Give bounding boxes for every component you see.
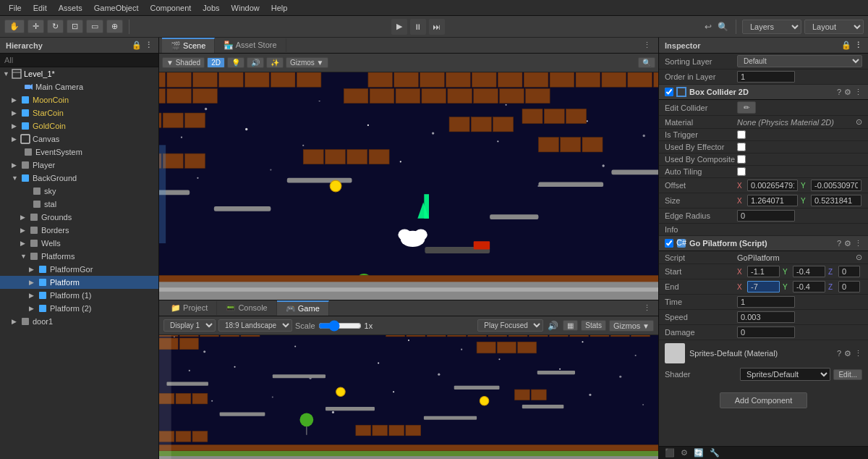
start-x-input[interactable] <box>747 266 780 277</box>
tree-item-sky[interactable]: sky <box>0 185 158 198</box>
shader-edit-button[interactable]: Edit... <box>833 369 862 380</box>
script-pick-icon[interactable]: ⊙ <box>856 253 862 262</box>
game-display-dropdown[interactable]: Display 1 <box>163 319 216 332</box>
size-x-input[interactable] <box>747 195 798 206</box>
tree-item-platformgor[interactable]: ▶ PlatformGor <box>0 263 158 276</box>
layers-dropdown[interactable]: Layers <box>742 20 801 34</box>
search-button[interactable]: 🔍 <box>716 20 730 33</box>
scene-search[interactable]: 🔍 <box>638 57 655 68</box>
material-help-icon[interactable]: ? <box>837 349 841 358</box>
tree-item-platform1[interactable]: ▶ Platform (1) <box>0 289 158 302</box>
tree-item-grounds[interactable]: ▶ Grounds <box>0 211 158 224</box>
end-x-input[interactable] <box>747 281 780 292</box>
tree-item-wells[interactable]: ▶ Wells <box>0 237 158 250</box>
shader-dropdown[interactable]: Sprites/Default <box>740 368 830 381</box>
scene-lighting-toggle[interactable]: 💡 <box>227 57 244 68</box>
status-icon-3[interactable]: 🔄 <box>694 448 704 458</box>
tree-item-maincam[interactable]: Main Camera <box>0 80 158 93</box>
pause-button[interactable]: ⏸ <box>410 19 426 35</box>
tree-item-platforms[interactable]: ▼ Platforms <box>0 250 158 263</box>
hierarchy-search[interactable] <box>0 54 158 67</box>
used-by-composite-checkbox[interactable] <box>737 155 746 164</box>
tree-item-level1[interactable]: ▼ Level_1* <box>0 67 158 80</box>
size-y-input[interactable] <box>811 195 861 206</box>
edge-radius-input[interactable] <box>737 210 795 222</box>
box-collider-enabled-checkbox[interactable] <box>665 88 673 96</box>
script-more-icon[interactable]: ⋮ <box>854 239 862 248</box>
auto-tiling-checkbox[interactable] <box>737 167 746 176</box>
menu-file[interactable]: File <box>3 2 27 14</box>
lock-icon[interactable]: 🔒 <box>841 41 851 50</box>
scene-gizmos-toggle[interactable]: Gizmos ▼ <box>286 57 328 68</box>
tree-item-platform2[interactable]: ▶ Platform (2) <box>0 302 158 315</box>
script-enabled-checkbox[interactable] <box>665 239 673 248</box>
script-component-header[interactable]: C# Go Pïlatform (Script) ? ⚙ ⋮ <box>659 236 868 251</box>
tree-item-mooncoin[interactable]: ▶ MoonCoin <box>0 93 158 106</box>
material-more-icon[interactable]: ⋮ <box>854 349 862 358</box>
asset-store-tab[interactable]: 🏪 Asset Store <box>215 38 286 52</box>
audio-toggle[interactable]: 🔊 <box>546 319 560 332</box>
end-y-input[interactable] <box>793 281 825 292</box>
move-tool-button[interactable]: ✛ <box>27 20 44 33</box>
tree-item-stal[interactable]: stal <box>0 198 158 211</box>
rect-tool-button[interactable]: ▭ <box>86 20 103 33</box>
step-button[interactable]: ⏭ <box>429 19 445 35</box>
project-tab[interactable]: 📁 Project <box>162 301 217 315</box>
game-tab[interactable]: 🎮 Game <box>277 300 329 316</box>
is-trigger-checkbox[interactable] <box>737 130 746 139</box>
tree-item-canvas[interactable]: ▶ Canvas <box>0 132 158 146</box>
undo-button[interactable]: ↩ <box>703 20 713 33</box>
hand-tool-button[interactable]: ✋ <box>4 20 25 33</box>
tree-item-platform-selected[interactable]: ▶ Platform <box>0 276 158 289</box>
menu-edit[interactable]: Edit <box>27 2 53 14</box>
console-tab[interactable]: 📟 Console <box>217 301 276 315</box>
stats-button[interactable]: Stats <box>581 320 606 331</box>
scene-draw-mode[interactable]: ▼ Shaded <box>162 57 205 68</box>
start-y-input[interactable] <box>793 266 825 277</box>
end-z-input[interactable] <box>838 281 860 292</box>
rotate-tool-button[interactable]: ↻ <box>47 20 64 33</box>
status-icon-1[interactable]: ⬛ <box>665 448 675 458</box>
scene-fx-toggle[interactable]: ✨ <box>266 57 284 68</box>
menu-assets[interactable]: Assets <box>53 2 88 14</box>
layout-dropdown[interactable]: Layout <box>804 20 864 34</box>
transform-tool-button[interactable]: ⊕ <box>106 20 123 33</box>
game-aspect-dropdown[interactable]: 18:9 Landscape <box>218 319 292 332</box>
box-collider-header[interactable]: Box Collider 2D ? ⚙ ⋮ <box>659 85 868 100</box>
tree-item-background[interactable]: ▼ BackGround <box>0 172 158 185</box>
menu-jobs[interactable]: Jobs <box>197 2 225 14</box>
offset-y-input[interactable] <box>811 180 861 191</box>
scene-tab[interactable]: 🎬 Scene <box>162 38 215 53</box>
scene-2d-toggle[interactable]: 2D <box>207 57 225 68</box>
menu-gameobject[interactable]: GameObject <box>88 2 145 14</box>
scene-more-icon[interactable]: ⋮ <box>639 41 655 50</box>
scene-audio-toggle[interactable]: 🔊 <box>247 57 264 68</box>
script-help-icon[interactable]: ? <box>837 239 841 248</box>
tree-item-starcoin[interactable]: ▶ StarCoin <box>0 106 158 119</box>
tree-item-eventsystem[interactable]: EventSystem <box>0 146 158 159</box>
material-pick-icon[interactable]: ⊙ <box>856 117 862 127</box>
tree-item-borders[interactable]: ▶ Borders <box>0 224 158 237</box>
scale-tool-button[interactable]: ⊡ <box>67 20 83 33</box>
edit-collider-button[interactable]: ✏ <box>737 101 756 114</box>
tree-item-player[interactable]: ▶ Player <box>0 159 158 172</box>
menu-help[interactable]: Help <box>265 2 294 14</box>
component-help-icon[interactable]: ? <box>837 88 841 97</box>
speed-input[interactable] <box>737 311 795 323</box>
offset-x-input[interactable] <box>747 180 798 191</box>
damage-input[interactable] <box>737 327 795 338</box>
play-button[interactable]: ▶ <box>391 19 407 35</box>
play-focused-dropdown[interactable]: Play Focused <box>477 319 543 332</box>
sorting-layer-dropdown[interactable]: Default <box>737 55 862 67</box>
lock-icon[interactable]: 🔒 <box>132 41 142 50</box>
material-settings-icon[interactable]: ⚙ <box>844 349 851 358</box>
resolution-btn[interactable]: ▦ <box>563 320 578 331</box>
component-settings-icon[interactable]: ⚙ <box>844 88 851 97</box>
tree-item-goldcoin[interactable]: ▶ GoldCoin <box>0 119 158 132</box>
tree-item-door1[interactable]: ▶ door1 <box>0 315 158 328</box>
menu-window[interactable]: Window <box>226 2 265 14</box>
order-in-layer-input[interactable] <box>737 71 795 83</box>
inspector-more-icon[interactable]: ⋮ <box>854 41 862 50</box>
more-icon[interactable]: ⋮ <box>145 41 153 50</box>
used-by-effector-checkbox[interactable] <box>737 143 746 151</box>
